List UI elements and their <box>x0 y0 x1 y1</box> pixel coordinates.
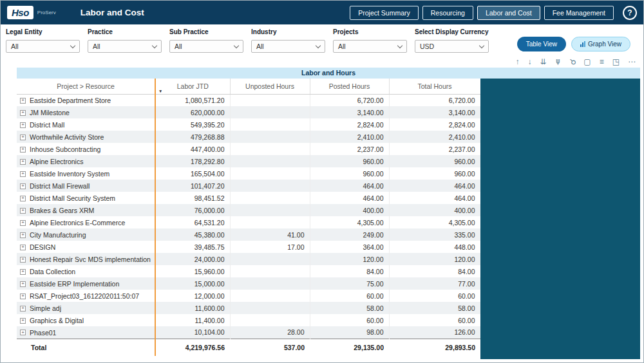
project-cell: +DESIGN <box>17 241 155 253</box>
table-row: +Phase0110,104.0028.0098.00126.00 <box>17 326 480 339</box>
table-row: +Worthwhile Activity Store479,268.882,41… <box>17 131 480 143</box>
nav-tab-labor-and-cost[interactable]: Labor and Cost <box>477 6 540 20</box>
column-header-labor-jtd[interactable]: Labor JTD▼ <box>155 79 230 94</box>
total-label: Total <box>17 339 155 356</box>
unposted-hours-cell: 28.00 <box>230 326 310 339</box>
filter-dropdown-practice[interactable]: All <box>88 40 162 53</box>
expand-icon[interactable]: + <box>20 293 26 299</box>
table-row: +District Mall549,395.202,824.002,824.00 <box>17 118 480 131</box>
project-cell: +District Mall Security System <box>17 192 155 204</box>
expand-icon[interactable]: + <box>20 245 26 250</box>
filter-dropdown-select-display-currency[interactable]: USD <box>415 40 489 53</box>
filter-practice: PracticeAll <box>88 28 162 53</box>
labor-jtd-cell: 549,395.20 <box>155 118 230 131</box>
dropdown-value: USD <box>420 42 434 50</box>
labor-jtd-cell: 15,000.00 <box>155 277 230 290</box>
expand-icon[interactable]: + <box>20 257 26 263</box>
table-row: +DESIGN39,485.7517.00364.00448.00 <box>17 241 480 253</box>
unposted-hours-cell <box>230 94 310 106</box>
total-hours-cell: 960.00 <box>389 167 480 180</box>
drill-down-icon[interactable]: ↓ <box>527 58 531 66</box>
table-row: +Alpine Electronics178,292.80960.00960.0… <box>17 155 480 167</box>
filter-dropdown-legal-entity[interactable]: All <box>6 40 80 53</box>
unposted-hours-cell <box>230 131 310 143</box>
more-options-icon[interactable]: ⋯ <box>628 58 636 66</box>
unposted-hours-cell <box>230 106 310 118</box>
total-hours-cell: 2,237.00 <box>389 143 480 155</box>
table-body: +Eastside Department Store1,080,571.206,… <box>17 94 480 339</box>
pin-icon[interactable]: ⚲ <box>568 57 578 67</box>
table-row: +Honest Repair Svc MDS implementation24,… <box>17 253 480 265</box>
expand-next-level-icon[interactable]: ⇊ <box>540 58 546 66</box>
table-row: +District Mall Security System98,451.524… <box>17 192 480 204</box>
labor-jtd-cell: 45,380.00 <box>155 228 230 241</box>
posted-hours-cell: 464.00 <box>310 192 389 204</box>
project-cell: +City Manufacturing <box>17 228 155 241</box>
posted-hours-cell: 58.00 <box>310 302 389 314</box>
total-hours-cell: 4,305.00 <box>389 216 480 228</box>
total-hours-cell: 60.00 <box>389 314 480 326</box>
filter-icon[interactable]: ≡ <box>600 58 604 66</box>
column-header-total-hours[interactable]: Total Hours <box>389 79 480 94</box>
filter-label: Projects <box>333 28 407 35</box>
expand-icon[interactable]: + <box>20 98 26 104</box>
chevron-down-icon <box>70 42 75 48</box>
nav-tab-project-summary[interactable]: Project Summary <box>350 6 419 20</box>
expand-icon[interactable]: + <box>20 208 26 214</box>
nav-tab-resourcing[interactable]: Resourcing <box>422 6 473 20</box>
project-name: DESIGN <box>30 243 55 251</box>
unposted-hours-cell <box>230 265 310 277</box>
expand-all-icon[interactable]: ⋔ <box>554 58 561 66</box>
expand-icon[interactable]: + <box>20 269 26 275</box>
labor-jtd-cell: 165,504.00 <box>155 167 230 180</box>
expand-icon[interactable]: + <box>20 171 26 177</box>
filter-dropdown-sub-practice[interactable]: All <box>169 40 243 53</box>
labor-hours-visual: Labor and Hours Project > ResourceLabor … <box>17 68 640 359</box>
nav-tab-fee-management[interactable]: Fee Management <box>544 6 614 20</box>
graph-view-button[interactable]: Graph View <box>571 37 630 51</box>
table-view-button[interactable]: Table View <box>517 37 566 51</box>
expand-icon[interactable]: + <box>20 306 26 312</box>
expand-icon[interactable]: + <box>20 122 26 128</box>
expand-icon[interactable]: + <box>20 159 26 165</box>
labor-jtd-cell: 479,268.88 <box>155 131 230 143</box>
focus-mode-icon[interactable]: ◳ <box>612 58 620 66</box>
expand-icon[interactable]: + <box>20 318 26 324</box>
copy-icon[interactable]: ▢ <box>583 58 591 66</box>
filter-dropdown-industry[interactable]: All <box>251 40 325 53</box>
posted-hours-cell: 60.00 <box>310 290 389 302</box>
drill-up-icon[interactable]: ↑ <box>515 58 519 66</box>
expand-icon[interactable]: + <box>20 330 26 335</box>
total-hours-cell: 6,720.00 <box>389 94 480 106</box>
column-header-project-resource[interactable]: Project > Resource <box>17 79 155 94</box>
total-hours-cell: 3,140.00 <box>389 106 480 118</box>
labor-jtd-cell: 11,400.00 <box>155 314 230 326</box>
expand-icon[interactable]: + <box>20 147 26 153</box>
labor-jtd-cell: 24,000.00 <box>155 253 230 265</box>
expand-icon[interactable]: + <box>20 183 26 189</box>
table-row: +Eastside ERP Implementation15,000.0075.… <box>17 277 480 290</box>
filter-bar: Legal EntityAllPracticeAllSub PracticeAl… <box>1 24 643 56</box>
expand-icon[interactable]: + <box>20 110 26 116</box>
expand-icon[interactable]: + <box>20 135 26 140</box>
project-cell: +Graphics & Digital <box>17 314 155 326</box>
expand-icon[interactable]: + <box>20 220 26 226</box>
project-name: Eastside Department Store <box>30 97 111 104</box>
labor-hours-table: Project > ResourceLabor JTD▼Unposted Hou… <box>17 79 481 356</box>
top-header: Hso ProServ Labor and Cost Project Summa… <box>1 1 643 24</box>
total-hours-cell: 126.00 <box>389 326 480 339</box>
posted-hours-cell: 464.00 <box>310 180 389 192</box>
posted-hours-cell: 4,305.00 <box>310 216 389 228</box>
expand-icon[interactable]: + <box>20 196 26 201</box>
filter-dropdown-projects[interactable]: All <box>333 40 407 53</box>
help-button[interactable]: ? <box>623 6 637 20</box>
column-header-unposted-hours[interactable]: Unposted Hours <box>230 79 310 94</box>
expand-icon[interactable]: + <box>20 281 26 287</box>
expand-icon[interactable]: + <box>20 232 26 238</box>
total-hours-cell: 464.00 <box>389 180 480 192</box>
labor-jtd-cell: 11,600.00 <box>155 302 230 314</box>
column-header-label: Labor JTD <box>177 82 209 90</box>
column-header-posted-hours[interactable]: Posted Hours <box>310 79 389 94</box>
posted-hours-cell: 98.00 <box>310 326 389 339</box>
labor-jtd-cell: 447,400.00 <box>155 143 230 155</box>
